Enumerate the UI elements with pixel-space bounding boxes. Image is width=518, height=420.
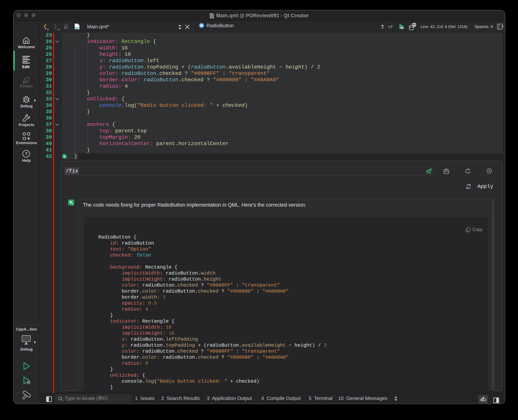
svg-text:?: ?	[25, 151, 27, 156]
svg-text:qml: qml	[75, 27, 79, 29]
